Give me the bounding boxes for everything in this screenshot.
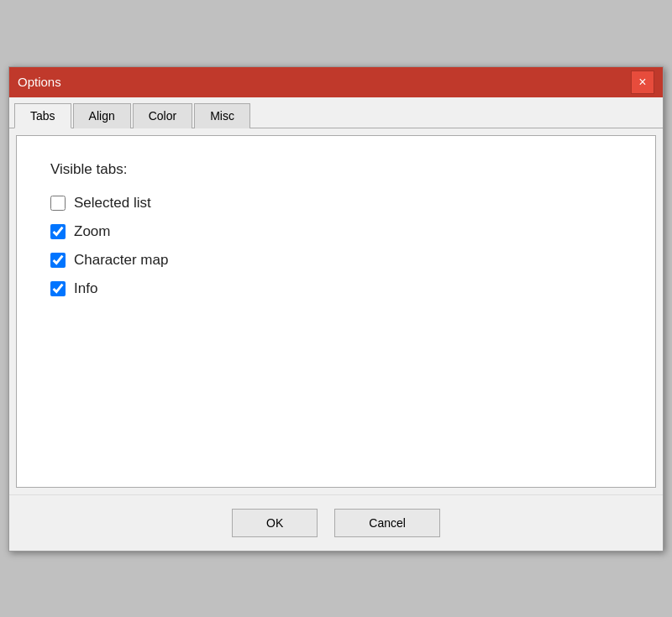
selected-list-checkbox[interactable] — [50, 196, 66, 211]
close-button[interactable]: × — [631, 71, 654, 94]
dialog-footer: OK Cancel — [9, 494, 663, 551]
zoom-checkbox[interactable] — [50, 224, 66, 239]
list-item: Info — [50, 280, 622, 297]
info-label: Info — [74, 280, 97, 297]
options-dialog: Options × Tabs Align Color Misc Visible … — [8, 66, 664, 552]
info-checkbox[interactable] — [50, 281, 66, 296]
list-item: Zoom — [50, 223, 622, 240]
tab-content-panel: Visible tabs: Selected list Zoom Charact… — [16, 135, 656, 488]
character-map-label: Character map — [74, 252, 168, 269]
title-bar: Options × — [9, 67, 663, 97]
tab-align[interactable]: Align — [73, 103, 131, 128]
cancel-button[interactable]: Cancel — [334, 509, 440, 537]
list-item: Selected list — [50, 195, 622, 212]
visible-tabs-label: Visible tabs: — [50, 161, 622, 178]
character-map-checkbox[interactable] — [50, 253, 66, 268]
list-item: Character map — [50, 252, 622, 269]
tab-color[interactable]: Color — [133, 103, 192, 128]
ok-button[interactable]: OK — [232, 509, 318, 537]
selected-list-label: Selected list — [74, 195, 151, 212]
tab-tabs[interactable]: Tabs — [14, 103, 71, 128]
zoom-label: Zoom — [74, 223, 110, 240]
tab-bar: Tabs Align Color Misc — [9, 97, 663, 128]
tab-misc[interactable]: Misc — [194, 103, 250, 128]
dialog-title: Options — [18, 75, 61, 89]
